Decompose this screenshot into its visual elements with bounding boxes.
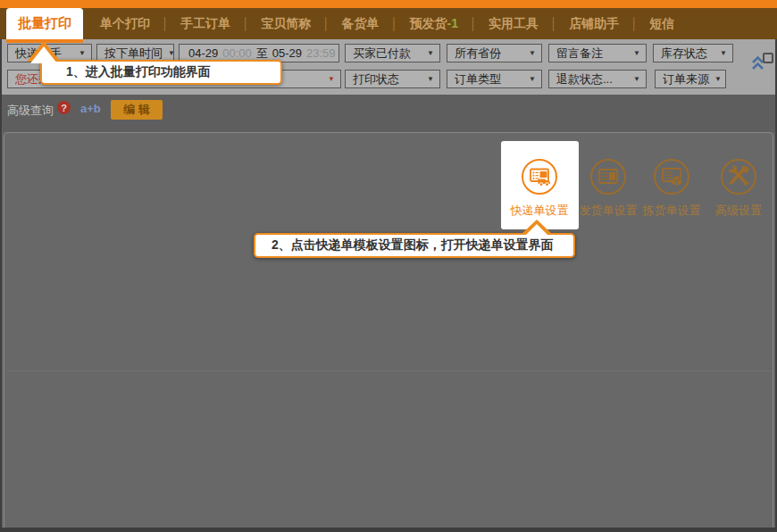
nav-tab-tools[interactable]: 实用工具	[477, 16, 550, 32]
chevron-down-icon: ▼	[422, 75, 434, 83]
tutorial-step2-text: 2、点击快递单模板设置图标，打开快递单设置界面	[272, 237, 554, 254]
order-source-value: 订单来源	[663, 71, 709, 87]
nav-tab-pre-shipment-label: 预发货	[410, 16, 447, 30]
table-header-divider	[5, 370, 772, 371]
shipping-sheet-settings-label: 发货单设置	[580, 203, 638, 219]
shipping-sheet-icon	[589, 157, 628, 200]
callout2-arrow-inner	[524, 224, 549, 237]
picking-sheet-icon	[652, 157, 691, 200]
tutorial-step2-callout: 2、点击快递单模板设置图标，打开快递单设置界面	[254, 233, 575, 258]
stock-status-value: 库存状态	[661, 46, 707, 62]
nav-separator: │	[322, 17, 330, 30]
date-range-to-label: 至	[256, 46, 268, 62]
nav-separator: │	[390, 17, 397, 30]
nav-tab-shop-assistant[interactable]: 店铺助手	[557, 16, 631, 32]
remark-value: 留言备注	[556, 46, 603, 62]
tutorial-step1-text: 1、进入批量打印功能界面	[66, 64, 211, 80]
print-status-value: 打印状态	[353, 71, 399, 87]
advanced-settings-label: 高级设置	[715, 203, 762, 219]
remark-select[interactable]: 留言备注 ▼	[548, 44, 647, 62]
end-date: 05-29	[272, 46, 302, 60]
pay-status-select[interactable]: 买家已付款 ▼	[345, 44, 440, 62]
nav-tab-manual-order[interactable]: 手工订单	[169, 16, 242, 32]
express-sheet-settings-label: 快递单设置	[511, 203, 569, 219]
express-sheet-settings-button[interactable]: 快递单设置	[500, 157, 579, 219]
nav-separator: │	[550, 17, 557, 30]
tab-batch-print-active[interactable]: 批量打印	[6, 8, 83, 39]
tutorial-step1-callout: 1、进入批量打印功能界面	[40, 60, 282, 85]
chevron-down-icon: ▼	[714, 49, 727, 57]
help-icon[interactable]: ?	[57, 101, 71, 114]
wrench-hammer-icon	[719, 157, 758, 200]
refund-status-select[interactable]: 退款状态... ▼	[548, 70, 647, 88]
chevron-down-icon: ▼	[628, 75, 640, 83]
time-field-select-value: 按下单时间	[104, 46, 163, 62]
main-navbar: 单个打印│ 手工订单│ 宝贝简称│ 备货单│ 预发货-1│ 实用工具│ 店铺助手…	[0, 8, 777, 39]
refund-status-value: 退款状态...	[556, 71, 613, 87]
chevron-down-icon: ▼	[422, 49, 434, 57]
callout1-arrow-inner	[30, 46, 57, 63]
nav-separator: │	[242, 17, 249, 30]
nav-tab-sms[interactable]: 短信	[638, 16, 686, 32]
province-select[interactable]: 所有省份 ▼	[447, 44, 542, 62]
start-date: 04-29	[188, 46, 218, 60]
advanced-settings-button[interactable]: 高级设置	[699, 157, 777, 219]
pay-status-value: 买家已付款	[353, 46, 411, 62]
window-edge-bottom	[0, 528, 777, 532]
nav-separator: │	[470, 17, 477, 30]
select-all-checkbox[interactable]	[763, 53, 773, 63]
start-time: 00:00	[222, 46, 252, 60]
order-source-select[interactable]: 订单来源 ▼	[655, 70, 726, 88]
chevron-down-icon: ▼	[523, 49, 536, 57]
picking-sheet-settings-label: 拣货单设置	[643, 203, 701, 219]
end-time: 23:59	[306, 46, 336, 60]
nav-items: 单个打印│ 手工订单│ 宝贝简称│ 备货单│ 预发货-1│ 实用工具│ 店铺助手…	[88, 8, 686, 39]
chevron-down-icon: ▼	[322, 75, 335, 83]
batch-print-window: 单个打印│ 手工订单│ 宝贝简称│ 备货单│ 预发货-1│ 实用工具│ 店铺助手…	[0, 0, 777, 532]
nav-tab-pre-shipment[interactable]: 预发货-1	[398, 16, 470, 32]
chevron-down-icon: ▼	[523, 75, 536, 83]
chevron-down-icon: ▼	[163, 49, 174, 57]
nav-tab-stock-list[interactable]: 备货单	[330, 16, 390, 32]
active-tab-label: 批量打印	[18, 15, 71, 32]
order-type-value: 订单类型	[455, 71, 501, 87]
pre-shipment-count-badge: -1	[447, 16, 458, 30]
advanced-query-label: 高级查询	[7, 103, 54, 119]
order-type-select[interactable]: 订单类型 ▼	[447, 70, 542, 88]
nav-separator: │	[162, 17, 169, 30]
nav-tab-single-print[interactable]: 单个打印	[88, 16, 162, 32]
province-value: 所有省份	[455, 46, 501, 62]
chevron-down-icon: ▼	[73, 49, 86, 57]
ab-link[interactable]: a+b	[80, 102, 101, 115]
nav-separator: │	[631, 17, 638, 30]
nav-tab-item-alias[interactable]: 宝贝简称	[249, 16, 322, 32]
express-sheet-icon	[520, 157, 559, 200]
chevron-down-icon: ▼	[628, 49, 640, 57]
stock-status-select[interactable]: 库存状态 ▼	[653, 44, 733, 62]
top-accent-strip	[0, 0, 777, 8]
edit-button[interactable]: 编 辑	[111, 100, 163, 120]
chevron-down-icon: ▼	[709, 75, 722, 83]
print-status-select[interactable]: 打印状态 ▼	[345, 70, 440, 88]
